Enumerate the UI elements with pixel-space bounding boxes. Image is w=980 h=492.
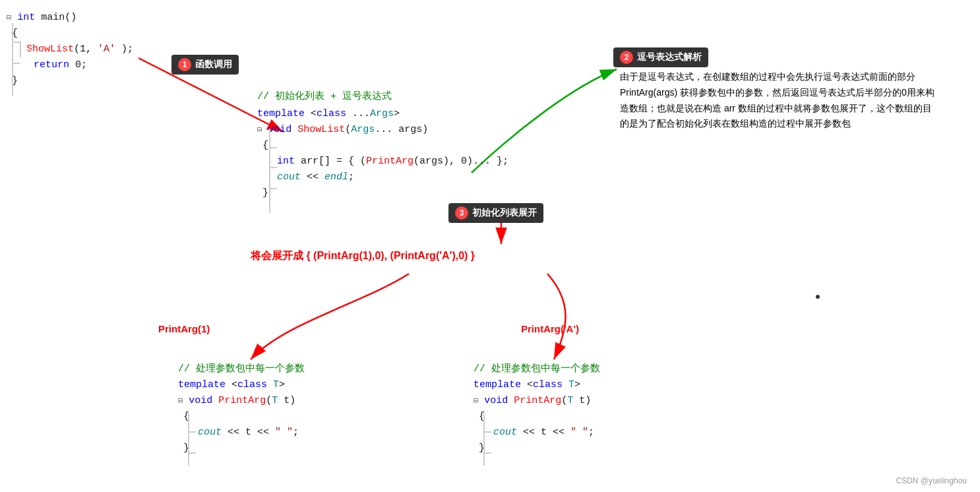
badge-3-number: 3: [455, 206, 468, 220]
main-function-code: ⊟ int main() { ShowList(1, 'A' ); return…: [7, 10, 133, 89]
printarg-left-bar: [188, 413, 189, 466]
badge-3-label: 初始化列表展开: [472, 207, 537, 219]
badge-2: 2 逗号表达式解析: [613, 47, 708, 67]
main-code-bar-h2: [12, 63, 20, 64]
printarg-right-code: // 处理参数包中每一个参数 template <class T> ⊟ void…: [474, 361, 600, 456]
showlist-code: // 初始化列表 + 逗号表达式 template <class ...Args…: [257, 89, 508, 201]
badge-1: 1 函数调用: [171, 55, 239, 75]
printarg-right-bar-h1: [483, 431, 491, 433]
printarg-left-bar-h1: [188, 431, 196, 433]
svg-point-3: [816, 295, 820, 299]
printarg-right-bar: [483, 413, 485, 466]
showlist-bar-h3: [269, 188, 277, 189]
printarg-right-bar-h2: [483, 452, 491, 454]
printarg-left-code: // 处理参数包中每一个参数 template <class T> ⊟ void…: [178, 361, 305, 456]
badge-3-container: 3 初始化列表展开: [448, 203, 543, 223]
badge-2-number: 2: [620, 51, 633, 64]
badge-3: 3 初始化列表展开: [448, 203, 543, 223]
expand-text: 将会展开成 { (PrintArg(1),0), (PrintArg('A'),…: [251, 249, 475, 263]
watermark: CSDN @yuelinghou: [896, 476, 967, 485]
arrow-label-printargA: PrintArg('A'): [521, 323, 579, 334]
badge-1-number: 1: [178, 58, 191, 71]
showlist-bar: [269, 129, 270, 213]
printarg-left-bar-h2: [188, 452, 196, 454]
badge-1-label: 函数调用: [195, 59, 232, 71]
showlist-bar-h1: [269, 147, 277, 148]
main-code-bar: [12, 23, 13, 96]
description-text: 由于是逗号表达式，在创建数组的过程中会先执行逗号表达式前面的部分 PrintAr…: [620, 69, 936, 132]
arrow-label-printarg1: PrintArg(1): [158, 323, 210, 334]
badge-2-label: 逗号表达式解析: [637, 51, 702, 63]
main-code-bar-h: [12, 42, 20, 43]
showlist-bar-h2: [269, 167, 277, 168]
